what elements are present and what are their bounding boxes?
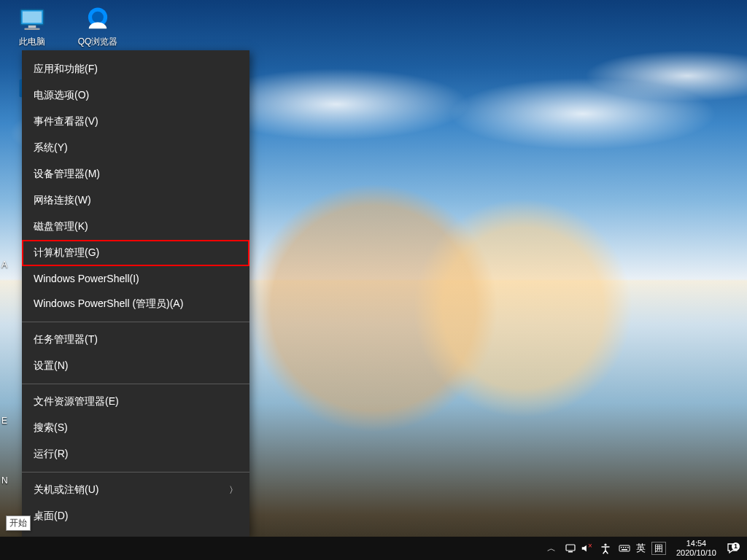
svg-rect-2 <box>28 26 36 28</box>
winx-item-label: 应用和功能(F) <box>34 63 98 76</box>
winx-item-label: 运行(R) <box>34 448 68 461</box>
winx-network-connections[interactable]: 网络连接(W) <box>22 187 249 214</box>
partial-label-a: A <box>1 260 7 270</box>
tray-network-icon[interactable] <box>562 542 579 554</box>
winx-separator <box>22 322 249 322</box>
winx-powershell[interactable]: Windows PowerShell(I) <box>22 266 249 291</box>
notification-badge: 1 <box>732 542 740 551</box>
ime-indicator[interactable]: 英 囲 <box>614 542 670 555</box>
winx-file-explorer[interactable]: 文件资源管理器(E) <box>22 389 249 415</box>
winx-computer-management[interactable]: 计算机管理(G) <box>22 240 249 266</box>
tray-overflow-chevron[interactable]: ︿ <box>541 542 562 555</box>
winx-event-viewer[interactable]: 事件查看器(V) <box>22 109 249 135</box>
winx-item-label: 设备管理器(M) <box>34 168 100 181</box>
winx-powershell-admin[interactable]: Windows PowerShell (管理员)(A) <box>22 291 249 317</box>
qqbrowser-icon <box>82 4 113 35</box>
winx-run[interactable]: 运行(R) <box>22 441 249 467</box>
winx-item-label: 网络连接(W) <box>34 194 91 207</box>
partial-label-c: N <box>1 475 8 486</box>
chevron-up-icon: ︿ <box>547 542 556 555</box>
winx-device-manager[interactable]: 设备管理器(M) <box>22 161 249 187</box>
taskbar-clock[interactable]: 14:54 2020/10/10 <box>670 539 722 558</box>
svg-rect-22 <box>627 547 629 548</box>
svg-rect-18 <box>619 545 630 551</box>
winx-desktop[interactable]: 桌面(D) <box>22 503 249 529</box>
desktop-icons-row1: 此电脑 QQ浏览器 <box>7 4 123 47</box>
winx-power-options[interactable]: 电源选项(O) <box>22 82 249 109</box>
svg-rect-19 <box>621 547 622 548</box>
winx-item-label: 事件查看器(V) <box>34 115 98 128</box>
winx-apps-and-features[interactable]: 应用和功能(F) <box>22 56 249 82</box>
tray-volume-muted-icon[interactable]: × <box>579 543 597 553</box>
desktop-icon-this-pc[interactable]: 此电脑 <box>7 4 57 47</box>
winx-task-manager[interactable]: 任务管理器(T) <box>22 327 249 353</box>
winx-item-label: 系统(Y) <box>34 141 68 155</box>
desktop-icon-label: QQ浏览器 <box>78 36 118 47</box>
clock-time: 14:54 <box>686 539 707 548</box>
svg-point-5 <box>92 12 104 23</box>
winx-settings[interactable]: 设置(N) <box>22 353 249 379</box>
winx-item-label: 磁盘管理(K) <box>34 220 88 233</box>
winx-disk-management[interactable]: 磁盘管理(K) <box>22 214 249 240</box>
winx-item-label: Windows PowerShell (管理员)(A) <box>34 298 183 311</box>
pc-icon <box>17 4 47 35</box>
ime-mode-label: 囲 <box>651 542 666 555</box>
taskbar: ︿ × 英 囲 14:54 2020/10/10 1 <box>0 537 747 560</box>
svg-rect-16 <box>568 551 573 553</box>
desktop-wallpaper[interactable]: 此电脑 QQ浏览器 <box>0 0 747 560</box>
keyboard-icon <box>619 542 630 554</box>
chevron-right-icon: 〉 <box>229 484 238 497</box>
taskbar-right: ︿ × 英 囲 14:54 2020/10/10 1 <box>541 537 747 560</box>
winx-system[interactable]: 系统(Y) <box>22 135 249 161</box>
winx-item-label: 桌面(D) <box>34 510 68 523</box>
clock-date: 2020/10/10 <box>676 548 716 558</box>
desktop-icon-qqbrowser[interactable]: QQ浏览器 <box>73 4 123 47</box>
partial-label-b: E <box>1 416 7 426</box>
desktop-icon-label: 此电脑 <box>19 36 45 47</box>
winx-item-label: Windows PowerShell(I) <box>34 273 139 284</box>
winx-item-label: 设置(N) <box>34 359 68 373</box>
action-center-button[interactable]: 1 <box>722 542 743 554</box>
ime-lang-label: 英 <box>636 542 646 555</box>
winx-item-label: 任务管理器(T) <box>34 333 98 346</box>
winx-separator <box>22 472 249 472</box>
winx-item-label: 计算机管理(G) <box>34 246 99 260</box>
svg-rect-1 <box>23 12 42 23</box>
winx-context-menu: 应用和功能(F) 电源选项(O) 事件查看器(V) 系统(Y) 设备管理器(M)… <box>22 50 249 537</box>
svg-rect-15 <box>566 545 575 551</box>
winx-item-label: 搜索(S) <box>34 421 68 435</box>
start-tooltip: 开始 <box>6 516 31 531</box>
winx-separator <box>22 384 249 384</box>
winx-item-label: 电源选项(O) <box>34 89 89 102</box>
winx-search[interactable]: 搜索(S) <box>22 415 249 441</box>
svg-point-17 <box>604 543 606 545</box>
svg-rect-3 <box>25 28 40 30</box>
svg-rect-20 <box>623 547 624 548</box>
tray-ease-of-access-icon[interactable] <box>597 542 614 554</box>
winx-item-label: 关机或注销(U) <box>34 483 98 497</box>
svg-rect-21 <box>625 547 627 548</box>
mute-x-icon: × <box>588 542 592 550</box>
svg-rect-23 <box>622 549 627 551</box>
winx-item-label: 文件资源管理器(E) <box>34 395 119 408</box>
winx-shutdown-signout[interactable]: 关机或注销(U) 〉 <box>22 477 249 503</box>
